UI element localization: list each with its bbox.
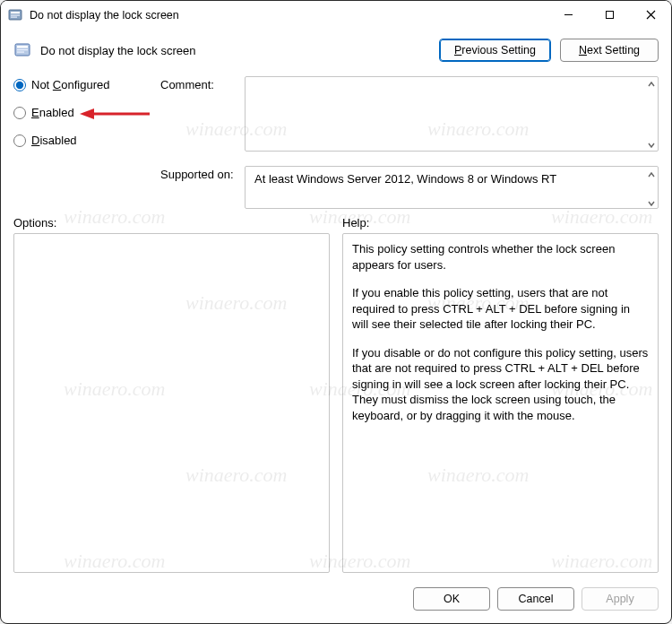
supported-on-label: Supported on: bbox=[160, 166, 241, 181]
comment-label: Comment: bbox=[160, 76, 241, 91]
supported-on-value: At least Windows Server 2012, Windows 8 … bbox=[254, 172, 556, 186]
scroll-up-icon[interactable] bbox=[647, 169, 656, 178]
scroll-down-icon[interactable] bbox=[647, 197, 656, 206]
titlebar: Do not display the lock screen bbox=[1, 1, 671, 30]
svg-rect-3 bbox=[11, 16, 17, 17]
radio-not-configured-input[interactable] bbox=[13, 79, 26, 91]
maximize-button[interactable] bbox=[589, 1, 630, 30]
next-setting-button[interactable]: Next Setting bbox=[560, 39, 659, 62]
svg-rect-4 bbox=[606, 12, 613, 19]
previous-setting-button[interactable]: Previous Setting bbox=[439, 39, 551, 62]
policy-header: Do not display the lock screen Previous … bbox=[1, 30, 671, 67]
gpedit-icon bbox=[8, 8, 22, 22]
ok-button[interactable]: OK bbox=[413, 587, 490, 611]
svg-rect-8 bbox=[17, 52, 24, 53]
policy-icon bbox=[13, 41, 31, 59]
radio-disabled-input[interactable] bbox=[13, 134, 26, 147]
help-pane[interactable]: This policy setting controls whether the… bbox=[342, 233, 659, 573]
help-paragraph: If you disable or do not configure this … bbox=[352, 345, 649, 424]
supported-on-box: At least Windows Server 2012, Windows 8 … bbox=[245, 166, 659, 209]
policy-editor-window: winaero.com winaero.com winaero.com wina… bbox=[0, 0, 672, 624]
svg-rect-2 bbox=[11, 14, 20, 15]
scroll-up-icon[interactable] bbox=[647, 79, 656, 88]
options-label: Options: bbox=[13, 216, 330, 230]
radio-disabled[interactable]: Disabled bbox=[13, 134, 157, 147]
scroll-down-icon[interactable] bbox=[647, 140, 656, 149]
radio-enabled-input[interactable] bbox=[13, 107, 26, 119]
help-paragraph: If you enable this policy setting, users… bbox=[352, 285, 649, 333]
policy-name: Do not display the lock screen bbox=[40, 44, 195, 57]
help-label: Help: bbox=[342, 216, 659, 230]
svg-rect-6 bbox=[17, 46, 28, 48]
options-pane[interactable] bbox=[13, 233, 330, 573]
radio-label: Disabled bbox=[31, 134, 77, 147]
radio-label: Not Configured bbox=[31, 78, 109, 91]
comment-textarea[interactable] bbox=[245, 76, 659, 152]
radio-not-configured[interactable]: Not Configured bbox=[13, 78, 157, 91]
help-paragraph: This policy setting controls whether the… bbox=[352, 241, 649, 273]
apply-button[interactable]: Apply bbox=[582, 587, 659, 611]
radio-label: Enabled bbox=[31, 106, 74, 119]
policy-state-group: Not Configured Enabled Disabled bbox=[13, 76, 157, 209]
svg-rect-1 bbox=[11, 12, 20, 13]
cancel-button[interactable]: Cancel bbox=[497, 587, 574, 611]
dialog-footer: OK Cancel Apply bbox=[1, 578, 671, 623]
window-title: Do not display the lock screen bbox=[30, 9, 179, 22]
minimize-button[interactable] bbox=[547, 1, 589, 30]
close-button[interactable] bbox=[630, 1, 671, 30]
policy-body: Not Configured Enabled Disabled Comment:… bbox=[1, 67, 671, 578]
svg-rect-7 bbox=[17, 49, 28, 50]
radio-enabled[interactable]: Enabled bbox=[13, 106, 157, 119]
